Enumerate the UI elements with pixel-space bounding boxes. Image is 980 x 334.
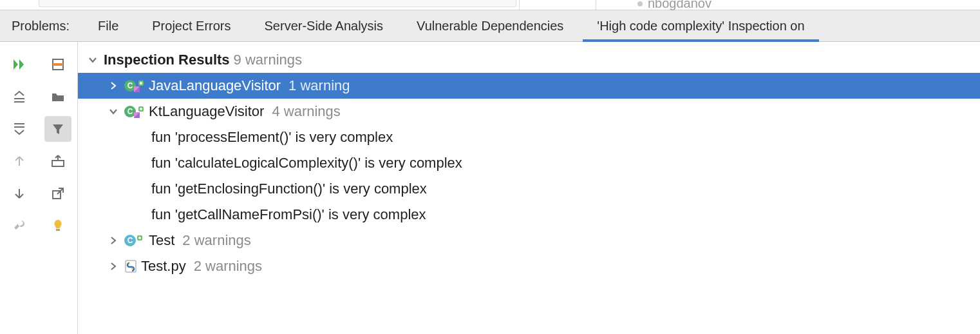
tree-node-name: KtLanguageVisitor [149, 103, 264, 120]
tab-server-side-analysis[interactable]: Server-Side Analysis [248, 10, 400, 41]
svg-rect-8 [56, 229, 60, 231]
svg-text:C: C [127, 81, 133, 90]
svg-text:C: C [127, 107, 133, 116]
intention-bulb-button[interactable] [44, 213, 71, 239]
svg-point-18 [140, 108, 142, 110]
class-c-icon: C [124, 233, 144, 248]
filter-icon [51, 122, 65, 136]
tree-leaf-text: fun 'getCallNameFromPsi()' is very compl… [151, 206, 426, 223]
settings-button[interactable] [6, 213, 33, 239]
svg-point-22 [138, 237, 141, 239]
export-button[interactable] [44, 148, 71, 174]
tree-node-name: Test [149, 232, 174, 249]
tree-leaf[interactable]: fun 'processElement()' is very complex [78, 124, 980, 150]
next-button[interactable] [6, 181, 33, 206]
arrow-down-icon [13, 187, 26, 200]
wrench-icon [12, 219, 26, 233]
inspection-toolbar [0, 42, 78, 334]
collapse-all-icon [12, 122, 26, 136]
autoscroll-icon [51, 57, 65, 72]
svg-rect-6 [52, 161, 64, 166]
separator [596, 0, 596, 10]
tab-label: Vulnerable Dependencies [417, 19, 563, 34]
tab-vulnerable-dependencies[interactable]: Vulnerable Dependencies [400, 10, 580, 41]
chevron-down-icon[interactable] [108, 107, 119, 116]
filter-button[interactable] [44, 116, 71, 142]
problems-tabbar: Problems: File Project Errors Server-Sid… [0, 10, 980, 42]
folder-icon [51, 90, 65, 104]
tree-leaf-text: fun 'getEnclosingFunction()' is very com… [151, 181, 427, 197]
rerun-icon [12, 57, 26, 72]
rerun-button[interactable] [6, 52, 33, 77]
chevron-right-icon[interactable] [108, 81, 119, 90]
python-file-icon [124, 259, 140, 273]
svg-text:C: C [127, 236, 133, 245]
tree-node-suffix: 2 warnings [182, 232, 250, 249]
tree-leaf[interactable]: fun 'getEnclosingFunction()' is very com… [78, 176, 980, 202]
tab-file[interactable]: File [81, 10, 135, 41]
tab-label: Project Errors [152, 19, 231, 34]
tree-node[interactable]: C KtLanguageVisitor 4 warnings [78, 99, 980, 124]
open-external-button[interactable] [44, 181, 71, 206]
tree-root-label: Inspection Results [104, 52, 230, 68]
chevron-right-icon[interactable] [108, 262, 119, 271]
tree-node-suffix: 1 warning [288, 77, 350, 94]
user-fragment: nbogdanov [637, 0, 711, 11]
collapse-all-button[interactable] [6, 116, 33, 142]
tree-node-name: Test.py [141, 258, 186, 275]
arrow-up-icon [13, 155, 26, 168]
tab-label: Server-Side Analysis [265, 19, 384, 34]
tree-node[interactable]: C JavaLanguageVisitor 1 warning [78, 73, 980, 99]
expand-all-icon [12, 90, 26, 104]
tree-node-name: JavaLanguageVisitor [149, 77, 281, 94]
previous-button[interactable] [6, 148, 33, 174]
class-kotlin-icon: C [124, 79, 144, 93]
problems-label: Problems: [0, 10, 81, 41]
editor-strip-placeholder [39, 0, 516, 7]
tree-leaf-text: fun 'calculateLogicalComplexity()' is ve… [151, 155, 462, 172]
inspection-tree[interactable]: Inspection Results 9 warnings C JavaLang… [78, 42, 980, 334]
tree-leaf-text: fun 'processElement()' is very complex [151, 129, 393, 146]
class-kotlin-icon: C [124, 104, 144, 119]
tab-project-errors[interactable]: Project Errors [135, 10, 247, 41]
export-icon [50, 154, 66, 168]
tree-node[interactable]: Test.py 2 warnings [78, 253, 980, 279]
group-by-directory-button[interactable] [44, 84, 71, 110]
chevron-down-icon[interactable] [87, 55, 99, 64]
separator [519, 0, 520, 10]
open-external-icon [51, 186, 65, 201]
tab-inspection-results[interactable]: 'High code complexity' Inspection on [580, 10, 821, 41]
status-dot-icon [637, 1, 643, 6]
chevron-right-icon[interactable] [108, 236, 119, 245]
svg-rect-1 [53, 63, 63, 66]
tree-leaf[interactable]: fun 'calculateLogicalComplexity()' is ve… [78, 150, 980, 176]
svg-point-25 [131, 268, 133, 270]
expand-all-button[interactable] [6, 84, 33, 110]
tree-root-suffix: 9 warnings [234, 52, 302, 68]
tree-node-suffix: 2 warnings [194, 258, 262, 275]
tree-leaf[interactable]: fun 'getCallNameFromPsi()' is very compl… [78, 202, 980, 228]
svg-point-24 [129, 263, 130, 264]
tree-node[interactable]: C Test 2 warnings [78, 228, 980, 253]
tab-label: File [98, 19, 118, 34]
tree-node-suffix: 4 warnings [272, 103, 340, 120]
bulb-icon [52, 219, 64, 233]
user-fragment-text: nbogdanov [648, 0, 711, 11]
autoscroll-button[interactable] [44, 52, 71, 77]
tree-root-row[interactable]: Inspection Results 9 warnings [78, 47, 980, 73]
tab-label: 'High code complexity' Inspection on [597, 19, 804, 34]
editor-strip: nbogdanov [0, 0, 980, 10]
svg-point-13 [140, 82, 142, 84]
